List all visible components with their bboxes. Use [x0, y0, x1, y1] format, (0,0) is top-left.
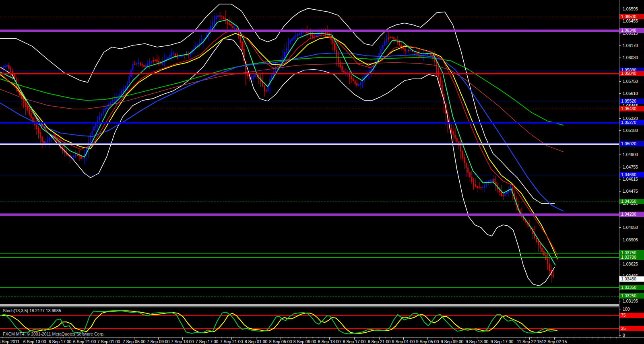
time-minor-tick	[300, 338, 301, 338]
candle-body	[214, 19, 215, 24]
candle-body	[156, 60, 157, 62]
candle-body	[264, 86, 265, 91]
price-chart-panel[interactable]	[0, 0, 619, 304]
candle-body	[121, 91, 122, 94]
panel-separator[interactable]	[0, 304, 644, 307]
time-minor-tick	[471, 338, 471, 338]
price-tick-label: 1.06595	[623, 6, 638, 11]
candle-body	[29, 110, 30, 115]
time-minor-tick	[215, 338, 216, 338]
time-label: 6 Sep 13:00	[23, 339, 46, 344]
candle-body	[334, 43, 335, 50]
time-minor-tick	[404, 338, 404, 338]
time-minor-tick	[531, 338, 532, 338]
price-chart-canvas[interactable]	[0, 0, 619, 304]
price-tick-mark	[619, 191, 621, 192]
candle-body	[162, 62, 163, 65]
time-minor-tick	[112, 338, 112, 338]
time-minor-tick	[306, 338, 307, 338]
candle-body	[242, 41, 243, 50]
price-tick-label: 1.05180	[623, 128, 638, 133]
time-minor-tick	[39, 338, 39, 338]
price-tick-mark	[619, 93, 621, 94]
candle-body	[477, 186, 478, 188]
time-minor-tick	[282, 338, 283, 338]
candle-body	[36, 125, 37, 129]
time-minor-tick	[155, 338, 155, 338]
candle-body	[466, 163, 467, 168]
price-tick-mark	[619, 9, 621, 9]
time-minor-tick	[252, 338, 252, 338]
price-tick-label: 1.04900	[623, 152, 638, 157]
time-minor-tick	[318, 338, 319, 338]
candle-body	[301, 32, 302, 35]
candle-body	[6, 65, 8, 67]
time-label: 7 Sep 05:00	[123, 339, 146, 344]
candle-body	[380, 49, 382, 54]
candle-body	[286, 47, 287, 53]
time-label: 7 Sep 09:00	[147, 339, 170, 344]
candle-body	[408, 50, 409, 51]
candle-body	[114, 99, 115, 101]
candle-body	[382, 45, 384, 50]
candle-body	[540, 244, 541, 249]
price-axis[interactable]: 1.065951.064551.063151.061701.060301.057…	[619, 0, 644, 337]
candle-body	[486, 181, 487, 185]
candle-body	[388, 37, 389, 39]
candle-body	[390, 37, 391, 38]
price-tag: 1.04350	[619, 199, 644, 204]
time-minor-tick	[33, 338, 33, 338]
time-minor-tick	[87, 338, 88, 338]
candle-body	[393, 37, 394, 40]
price-tag: 1.06340	[619, 28, 644, 33]
candle-body	[143, 65, 144, 67]
candle-body	[536, 238, 537, 242]
time-label: 7 Sep 21:00	[220, 339, 243, 344]
candle-body	[253, 76, 254, 79]
price-tick-label: 1.06170	[623, 43, 638, 48]
candle-body	[112, 100, 113, 103]
candle-body	[293, 37, 295, 39]
time-minor-tick	[221, 338, 222, 338]
time-minor-tick	[355, 338, 355, 338]
candle-body	[482, 187, 483, 188]
candle-body	[10, 68, 11, 72]
candle-body	[471, 177, 472, 182]
time-minor-tick	[574, 338, 574, 338]
time-minor-tick	[69, 338, 70, 338]
candle-body	[392, 37, 393, 38]
price-tick-label: 1.04755	[623, 165, 638, 169]
candle-body	[188, 55, 189, 56]
price-tag: 1.03350	[619, 285, 644, 290]
time-minor-tick	[434, 338, 434, 338]
stochastic-label: Stoch(13,3,5) 18.2177 13.9985	[3, 308, 61, 313]
candle-body	[91, 131, 93, 135]
time-label: 7 Sep 01:00	[97, 339, 120, 344]
candle-body	[45, 141, 46, 143]
time-minor-tick	[568, 338, 568, 338]
time-minor-tick	[391, 338, 392, 338]
candle-body	[454, 135, 456, 138]
candle-body	[553, 275, 554, 277]
price-tick-mark	[619, 81, 621, 82]
candle-body	[31, 113, 32, 119]
time-minor-tick	[324, 338, 325, 338]
price-tag: 1.06500	[619, 14, 644, 19]
time-axis[interactable]: 6 Sep 20116 Sep 13:006 Sep 17:006 Sep 21…	[0, 337, 644, 344]
price-tick-label: 1.04050	[623, 225, 638, 230]
time-minor-tick	[337, 338, 337, 338]
candle-body	[171, 53, 172, 56]
candle-body	[467, 168, 469, 173]
candle-body	[95, 124, 97, 128]
candle-body	[484, 184, 485, 187]
candle-body	[503, 195, 504, 196]
time-minor-tick	[173, 338, 173, 338]
time-minor-tick	[495, 338, 495, 338]
time-minor-tick	[264, 338, 264, 338]
time-minor-tick	[233, 338, 234, 338]
candle-body	[356, 83, 357, 86]
candle-body	[145, 65, 147, 67]
price-tag: 1.04200	[619, 212, 644, 217]
time-minor-tick	[57, 338, 58, 338]
time-minor-tick	[63, 338, 64, 338]
